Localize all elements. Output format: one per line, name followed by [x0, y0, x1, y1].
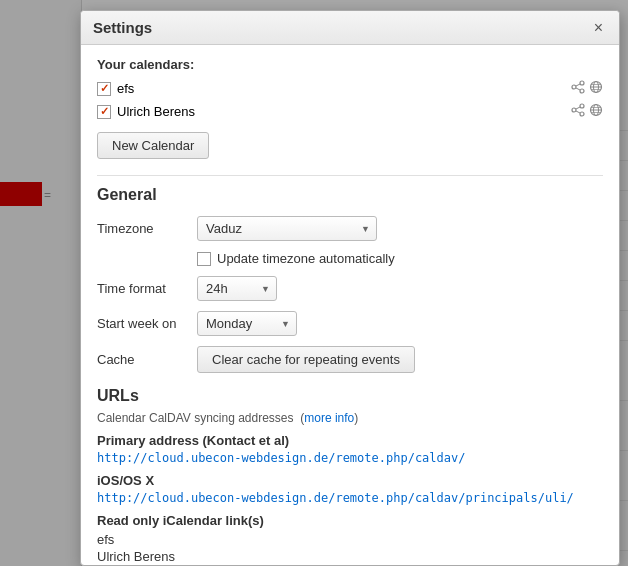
time-format-label: Time format — [97, 281, 197, 296]
start-week-label: Start week on — [97, 316, 197, 331]
close-button[interactable]: × — [590, 20, 607, 36]
efs-globe-icon[interactable] — [589, 80, 603, 97]
efs-share-icon[interactable] — [571, 80, 585, 97]
ios-url-link[interactable]: http://cloud.ubecon-webdesign.de/remote.… — [97, 491, 603, 505]
timezone-control: Vaduz UTC Europe/Berlin — [197, 216, 603, 241]
svg-point-2 — [580, 89, 584, 93]
ios-label: iOS/OS X — [97, 473, 603, 488]
svg-point-11 — [572, 108, 576, 112]
cache-row: Cache Clear cache for repeating events — [97, 346, 603, 373]
settings-modal: Settings × Your calendars: efs — [80, 10, 620, 566]
urls-subtitle-text: Calendar CalDAV syncing addresses — [97, 411, 294, 425]
calendar-item-ulrich: Ulrich Berens — [97, 103, 603, 120]
calendar-efs-icons — [571, 80, 603, 97]
primary-address-label: Primary address (Kontact et al) — [97, 433, 603, 448]
modal-body: Your calendars: efs — [81, 45, 619, 565]
time-format-select[interactable]: 24h 12h — [197, 276, 277, 301]
ulrich-globe-icon[interactable] — [589, 103, 603, 120]
svg-point-0 — [580, 81, 584, 85]
read-only-label: Read only iCalendar link(s) — [97, 513, 603, 528]
time-format-control: 24h 12h — [197, 276, 603, 301]
timezone-select[interactable]: Vaduz UTC Europe/Berlin — [197, 216, 377, 241]
calendar-item-efs-left: efs — [97, 81, 134, 96]
primary-url-link[interactable]: http://cloud.ubecon-webdesign.de/remote.… — [97, 451, 603, 465]
start-week-control: Monday Sunday Saturday — [197, 311, 603, 336]
calendar-item-efs: efs — [97, 80, 603, 97]
svg-point-12 — [580, 112, 584, 116]
more-info-link[interactable]: more info — [304, 411, 354, 425]
calendar-ulrich-label: Ulrich Berens — [117, 104, 195, 119]
auto-timezone-row: Update timezone automatically — [197, 251, 603, 266]
timezone-select-wrapper: Vaduz UTC Europe/Berlin — [197, 216, 377, 241]
urls-section-title: URLs — [97, 387, 603, 405]
ulrich-share-icon[interactable] — [571, 103, 585, 120]
svg-line-14 — [576, 111, 580, 113]
calendar-efs-checkbox[interactable] — [97, 82, 111, 96]
timezone-row: Timezone Vaduz UTC Europe/Berlin — [97, 216, 603, 241]
urls-subtitle: Calendar CalDAV syncing addresses (more … — [97, 411, 603, 425]
calendar-ulrich-checkbox[interactable] — [97, 105, 111, 119]
svg-point-10 — [580, 104, 584, 108]
svg-line-4 — [576, 88, 580, 90]
clear-cache-button[interactable]: Clear cache for repeating events — [197, 346, 415, 373]
calendar-item-ulrich-left: Ulrich Berens — [97, 104, 195, 119]
start-week-row: Start week on Monday Sunday Saturday — [97, 311, 603, 336]
svg-line-3 — [576, 84, 580, 86]
cache-control: Clear cache for repeating events — [197, 346, 603, 373]
start-week-select[interactable]: Monday Sunday Saturday — [197, 311, 297, 336]
timezone-label: Timezone — [97, 221, 197, 236]
time-format-row: Time format 24h 12h — [97, 276, 603, 301]
calendars-section-label: Your calendars: — [97, 57, 603, 72]
modal-title: Settings — [93, 19, 152, 36]
new-calendar-button[interactable]: New Calendar — [97, 132, 209, 159]
svg-line-13 — [576, 107, 580, 109]
cache-label: Cache — [97, 352, 197, 367]
time-format-select-wrapper: 24h 12h — [197, 276, 277, 301]
calendar-list: efs — [97, 80, 603, 120]
calendar-ulrich-icons — [571, 103, 603, 120]
general-section-title: General — [97, 186, 603, 204]
auto-timezone-label: Update timezone automatically — [217, 251, 395, 266]
divider-1 — [97, 175, 603, 176]
read-only-item-ulrich: Ulrich Berens — [97, 549, 603, 564]
calendar-efs-label: efs — [117, 81, 134, 96]
read-only-item-efs: efs — [97, 532, 603, 547]
start-week-select-wrapper: Monday Sunday Saturday — [197, 311, 297, 336]
svg-point-1 — [572, 85, 576, 89]
modal-header: Settings × — [81, 11, 619, 45]
auto-timezone-checkbox[interactable] — [197, 252, 211, 266]
